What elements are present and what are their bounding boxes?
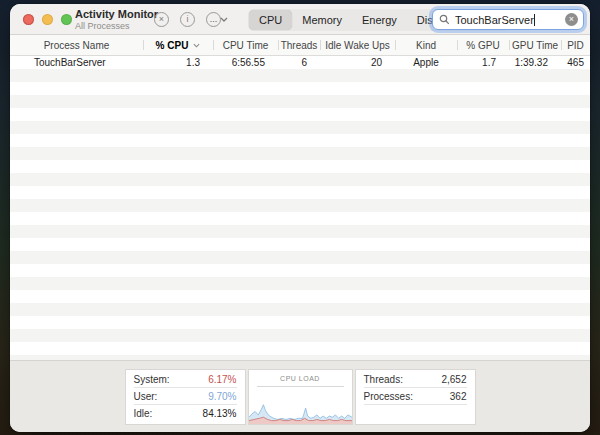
stat-row-processes: Processes: 362 bbox=[364, 388, 467, 405]
zoom-window-button[interactable] bbox=[61, 14, 72, 25]
sort-descending-icon bbox=[193, 43, 200, 48]
stat-value: 362 bbox=[450, 391, 467, 402]
cpu-usage-panel: System: 6.17% User: 9.70% Idle: 84.13% bbox=[125, 369, 246, 425]
stat-label: Threads: bbox=[364, 374, 403, 385]
quit-process-icon[interactable]: × bbox=[154, 12, 169, 27]
column-header-process-name[interactable]: Process Name bbox=[10, 35, 143, 55]
stat-value: 2,652 bbox=[441, 374, 466, 385]
activity-monitor-window: Activity Monitor All Processes × i … CPU… bbox=[10, 4, 590, 432]
ellipsis-circle-icon[interactable]: … bbox=[206, 12, 221, 27]
window-title-block: Activity Monitor All Processes bbox=[75, 8, 158, 31]
more-options-group[interactable]: … bbox=[206, 12, 228, 27]
cell-threads: 6 bbox=[278, 57, 320, 68]
stat-row-threads: Threads: 2,652 bbox=[364, 371, 467, 388]
stat-row-user: User: 9.70% bbox=[134, 388, 237, 405]
stat-value: 84.13% bbox=[203, 408, 237, 419]
traffic-lights bbox=[23, 14, 72, 25]
threads-processes-panel: Threads: 2,652 Processes: 362 bbox=[355, 369, 476, 425]
window-subtitle: All Processes bbox=[75, 21, 158, 31]
column-header-pid[interactable]: PID bbox=[561, 35, 590, 55]
footer-stats-area: System: 6.17% User: 9.70% Idle: 84.13% C… bbox=[10, 360, 590, 432]
inspect-process-icon[interactable]: i bbox=[180, 12, 195, 27]
toolbar-buttons: × i … bbox=[154, 12, 228, 27]
stats-panels: System: 6.17% User: 9.70% Idle: 84.13% C… bbox=[125, 369, 476, 425]
cell-pid: 465 bbox=[561, 57, 590, 68]
titlebar: Activity Monitor All Processes × i … CPU… bbox=[10, 4, 590, 35]
cpu-load-title: CPU LOAD bbox=[257, 370, 344, 387]
stat-label: System: bbox=[134, 374, 170, 385]
table-header: Process Name % CPU CPU Time Threads Idle… bbox=[10, 35, 590, 56]
cell-cpu: 1.3 bbox=[143, 57, 213, 68]
window-title: Activity Monitor bbox=[75, 8, 158, 21]
cpu-load-panel: CPU LOAD bbox=[248, 369, 353, 425]
close-window-button[interactable] bbox=[23, 14, 34, 25]
cell-process-name: TouchBarServer bbox=[10, 57, 143, 68]
cell-gpu-time: 1:39.32 bbox=[509, 57, 561, 68]
stat-value: 9.70% bbox=[208, 391, 236, 402]
stat-row-idle: Idle: 84.13% bbox=[134, 405, 237, 422]
column-header-threads[interactable]: Threads bbox=[278, 35, 320, 55]
cpu-load-graph bbox=[249, 390, 352, 424]
cell-gpu: 1.7 bbox=[457, 57, 509, 68]
search-icon bbox=[439, 14, 450, 25]
column-header-cpu[interactable]: % CPU bbox=[143, 35, 213, 55]
cell-idle-wake-ups: 20 bbox=[320, 57, 395, 68]
stat-value: 6.17% bbox=[208, 374, 236, 385]
cell-kind: Apple bbox=[395, 57, 457, 68]
search-input[interactable]: TouchBarServer × bbox=[432, 9, 584, 30]
search-value: TouchBarServer bbox=[455, 14, 565, 26]
column-header-cpu-time[interactable]: CPU Time bbox=[213, 35, 278, 55]
column-header-kind[interactable]: Kind bbox=[395, 35, 457, 55]
stat-row-system: System: 6.17% bbox=[134, 371, 237, 388]
column-header-gpu[interactable]: % GPU bbox=[457, 35, 509, 55]
table-row[interactable]: TouchBarServer 1.3 6:56.55 6 20 Apple 1.… bbox=[10, 56, 590, 69]
tab-cpu[interactable]: CPU bbox=[249, 10, 292, 30]
stat-label: User: bbox=[134, 391, 158, 402]
text-caret bbox=[534, 14, 535, 26]
process-table-body: TouchBarServer 1.3 6:56.55 6 20 Apple 1.… bbox=[10, 56, 590, 360]
clear-search-icon[interactable]: × bbox=[565, 13, 578, 26]
tab-energy[interactable]: Energy bbox=[352, 10, 407, 30]
column-header-cpu-label: % CPU bbox=[156, 40, 189, 51]
tab-memory[interactable]: Memory bbox=[292, 10, 352, 30]
chevron-down-icon bbox=[220, 17, 228, 22]
column-header-idle-wake-ups[interactable]: Idle Wake Ups bbox=[320, 35, 395, 55]
stat-label: Processes: bbox=[364, 391, 413, 402]
cell-cpu-time: 6:56.55 bbox=[213, 57, 278, 68]
column-header-gpu-time[interactable]: GPU Time bbox=[509, 35, 561, 55]
stat-label: Idle: bbox=[134, 408, 153, 419]
minimize-window-button[interactable] bbox=[42, 14, 53, 25]
